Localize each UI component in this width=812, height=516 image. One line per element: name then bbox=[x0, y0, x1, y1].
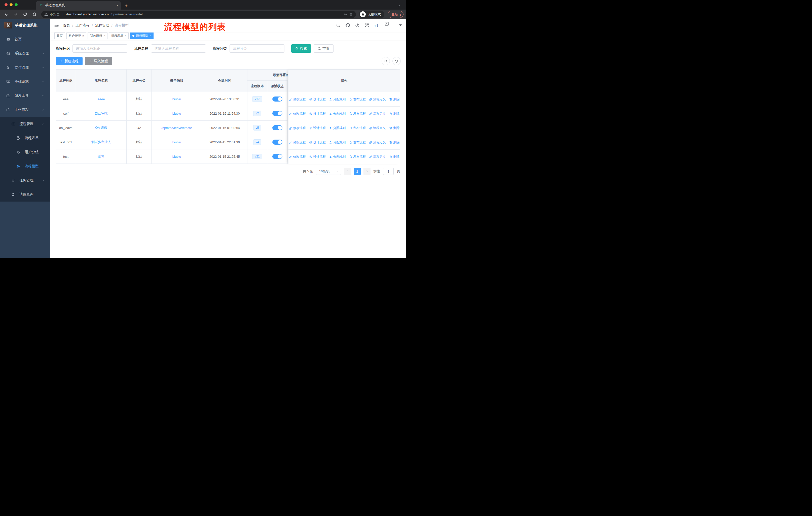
github-icon[interactable] bbox=[346, 23, 350, 27]
tab-close-icon[interactable]: × bbox=[116, 3, 118, 7]
sidebar-fold-icon[interactable] bbox=[54, 23, 59, 28]
action-publish[interactable]: 发布流程 bbox=[349, 155, 366, 159]
action-edit[interactable]: 修改流程 bbox=[289, 155, 306, 159]
tag-流程模型[interactable]: 流程模型× bbox=[130, 32, 153, 39]
action-publish[interactable]: 发布流程 bbox=[349, 126, 366, 130]
action-paperclip[interactable]: 流程定义 bbox=[369, 155, 386, 159]
tag-首页[interactable]: 首页 bbox=[54, 32, 65, 39]
action-design[interactable]: 设计流程 bbox=[309, 140, 326, 145]
process-name-link[interactable]: 滔博 bbox=[98, 155, 105, 158]
active-toggle[interactable] bbox=[272, 125, 283, 130]
tag-close-icon[interactable]: × bbox=[104, 34, 105, 37]
category-select[interactable]: 流程分类 bbox=[230, 44, 284, 53]
current-page-button[interactable]: 1 bbox=[354, 168, 361, 175]
action-edit[interactable]: 修改流程 bbox=[289, 126, 306, 130]
process-name-link[interactable]: 自己审批 bbox=[95, 111, 108, 115]
breadcrumb-item[interactable]: 首页 bbox=[63, 23, 70, 28]
action-paperclip[interactable]: 流程定义 bbox=[369, 112, 386, 116]
breadcrumb-item[interactable]: 流程管理 bbox=[95, 23, 109, 28]
sidebar-item-1[interactable]: 首页 bbox=[0, 32, 50, 46]
action-publish[interactable]: 发布流程 bbox=[349, 112, 366, 116]
action-design[interactable]: 设计流程 bbox=[309, 97, 326, 102]
action-trash[interactable]: 删除 bbox=[389, 155, 400, 159]
sidebar-item-7[interactable]: 流程管理 bbox=[0, 117, 50, 131]
home-icon[interactable] bbox=[30, 12, 38, 17]
search-icon[interactable] bbox=[336, 23, 340, 27]
browser-menu-icon[interactable] bbox=[400, 12, 401, 16]
action-assign[interactable]: 分配规则 bbox=[329, 97, 346, 102]
goto-page-input[interactable]: 1 bbox=[383, 168, 394, 175]
active-toggle[interactable] bbox=[272, 140, 283, 145]
action-design[interactable]: 设计流程 bbox=[309, 112, 326, 116]
form-info-link[interactable]: biubiu bbox=[172, 140, 181, 144]
forward-icon[interactable] bbox=[12, 12, 20, 17]
bookmark-star-icon[interactable] bbox=[349, 12, 353, 16]
action-trash[interactable]: 删除 bbox=[389, 140, 400, 145]
page-size-select[interactable]: 10条/页 bbox=[316, 168, 341, 175]
sidebar-logo[interactable]: 🐰 芋道管理系统 bbox=[0, 19, 50, 31]
key-icon[interactable] bbox=[344, 12, 347, 16]
import-process-button[interactable]: 导入流程 bbox=[85, 57, 112, 65]
process-name-link[interactable]: OA 请假 bbox=[95, 126, 107, 130]
active-toggle[interactable] bbox=[272, 154, 283, 159]
form-info-link[interactable]: /bpm/oa/leave/create bbox=[161, 126, 192, 130]
zoom-window-button[interactable] bbox=[14, 3, 18, 6]
refresh-table-button[interactable] bbox=[393, 57, 401, 65]
tag-close-icon[interactable]: × bbox=[125, 34, 126, 37]
minimize-window-button[interactable] bbox=[9, 3, 12, 6]
action-trash[interactable]: 删除 bbox=[389, 112, 400, 116]
sidebar-item-12[interactable]: 请假查询 bbox=[0, 187, 50, 201]
action-design[interactable]: 设计流程 bbox=[309, 155, 326, 159]
action-paperclip[interactable]: 流程定义 bbox=[369, 140, 386, 145]
sidebar-item-11[interactable]: 任务管理 bbox=[0, 173, 50, 187]
action-paperclip[interactable]: 流程定义 bbox=[369, 97, 386, 102]
address-bar[interactable]: 不安全 | dashboard.yudao.iocoder.cn/bpm/man… bbox=[41, 11, 356, 18]
breadcrumb-item[interactable]: 工作流程 bbox=[76, 23, 90, 28]
tag-close-icon[interactable]: × bbox=[82, 34, 84, 37]
next-page-button[interactable] bbox=[364, 168, 371, 175]
action-trash[interactable]: 删除 bbox=[389, 97, 400, 102]
sidebar-item-4[interactable]: 基础设施 bbox=[0, 75, 50, 89]
action-assign[interactable]: 分配规则 bbox=[329, 126, 346, 130]
search-button[interactable]: 搜索 bbox=[291, 44, 311, 53]
toggle-search-button[interactable] bbox=[382, 57, 390, 65]
action-paperclip[interactable]: 流程定义 bbox=[369, 126, 386, 130]
filter-input-2[interactable]: 请输入流程名称 bbox=[151, 44, 206, 53]
form-info-link[interactable]: biubiu bbox=[172, 97, 181, 101]
action-trash[interactable]: 删除 bbox=[389, 126, 400, 130]
font-size-icon[interactable]: TT bbox=[374, 23, 379, 27]
browser-update-button[interactable]: 更新 bbox=[388, 11, 404, 18]
tag-close-icon[interactable]: × bbox=[149, 34, 151, 37]
security-label[interactable]: 不安全 bbox=[50, 12, 60, 17]
sidebar-item-6[interactable]: 工作流程 bbox=[0, 103, 50, 117]
action-design[interactable]: 设计流程 bbox=[309, 126, 326, 130]
tag-租户管理[interactable]: 租户管理× bbox=[66, 32, 86, 39]
prev-page-button[interactable] bbox=[344, 168, 351, 175]
reset-button[interactable]: 重置 bbox=[314, 44, 334, 53]
sidebar-item-9[interactable]: 用户分组 bbox=[0, 145, 50, 159]
active-toggle[interactable] bbox=[272, 97, 283, 102]
close-window-button[interactable] bbox=[4, 3, 7, 6]
action-edit[interactable]: 修改流程 bbox=[289, 97, 306, 102]
sidebar-item-2[interactable]: 系统管理 bbox=[0, 46, 50, 60]
form-info-link[interactable]: biubiu bbox=[172, 155, 181, 159]
reload-icon[interactable] bbox=[21, 12, 29, 17]
active-toggle[interactable] bbox=[272, 111, 283, 116]
process-name-link[interactable]: 测试多审批人 bbox=[91, 140, 111, 144]
avatar-caret-down-icon[interactable] bbox=[398, 23, 403, 27]
fullscreen-icon[interactable] bbox=[365, 23, 369, 27]
browser-tab[interactable]: 芋道管理系统 × bbox=[36, 1, 121, 9]
create-process-button[interactable]: 新建流程 bbox=[56, 57, 83, 65]
tag-我的流程[interactable]: 我的流程× bbox=[88, 32, 107, 39]
sidebar-item-3[interactable]: 支付管理 bbox=[0, 60, 50, 75]
action-assign[interactable]: 分配规则 bbox=[329, 140, 346, 145]
action-edit[interactable]: 修改流程 bbox=[289, 112, 306, 116]
process-name-link[interactable]: eeee bbox=[98, 97, 105, 101]
action-edit[interactable]: 修改流程 bbox=[289, 140, 306, 145]
back-icon[interactable] bbox=[2, 12, 10, 17]
action-publish[interactable]: 发布流程 bbox=[349, 140, 366, 145]
action-publish[interactable]: 发布流程 bbox=[349, 97, 366, 102]
sidebar-item-10[interactable]: 流程模型 bbox=[0, 159, 50, 173]
user-avatar[interactable] bbox=[384, 21, 393, 30]
action-assign[interactable]: 分配规则 bbox=[329, 112, 346, 116]
